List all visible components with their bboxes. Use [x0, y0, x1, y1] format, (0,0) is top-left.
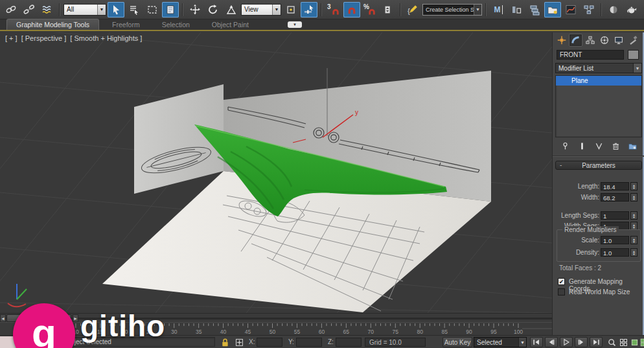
chevron-down-icon[interactable]: ▼	[272, 5, 281, 15]
absolute-mode-button[interactable]	[233, 337, 246, 347]
y-coordinate-field[interactable]	[296, 338, 322, 347]
next-frame-button[interactable]	[575, 337, 588, 347]
layer-manager-button[interactable]	[526, 2, 543, 17]
ribbon-tab-object-paint[interactable]: Object Paint	[203, 19, 258, 30]
go-to-end-button[interactable]	[590, 337, 603, 347]
command-panel-tabs	[555, 34, 639, 47]
panel-tab-create[interactable]	[555, 34, 568, 47]
mirror-button[interactable]: M	[490, 2, 507, 17]
width-spinner[interactable]: ▲▼	[630, 193, 638, 202]
auto-key-button[interactable]: Auto Key	[443, 337, 472, 347]
object-color-swatch[interactable]	[628, 50, 639, 60]
show-end-result-button[interactable]	[575, 140, 589, 152]
rollout-collapse-icon[interactable]: -	[560, 161, 562, 168]
viewport-menu-shading[interactable]: [ Smooth + Highlights ]	[70, 34, 142, 42]
reference-coordinate-dropdown[interactable]: View ▼	[241, 4, 281, 16]
curve-editor-button[interactable]	[562, 2, 579, 17]
select-and-move-button[interactable]	[187, 2, 203, 17]
z-coordinate-label: Z:	[328, 338, 334, 345]
select-and-manipulate-button[interactable]	[301, 2, 317, 17]
chevron-down-icon[interactable]: ▼	[97, 5, 106, 15]
zoom-button[interactable]	[605, 337, 618, 347]
z-coordinate-field[interactable]	[336, 338, 362, 347]
select-and-link-button[interactable]	[3, 2, 19, 17]
ribbon-minimize-button[interactable]: ▼	[288, 21, 302, 28]
make-unique-button[interactable]	[592, 140, 606, 152]
toolbar-separator	[182, 3, 183, 16]
next-frame-arrow[interactable]: ►	[73, 314, 78, 322]
zoom-extents-all-button[interactable]	[638, 337, 644, 347]
select-and-scale-button[interactable]	[223, 2, 240, 17]
previous-frame-button[interactable]	[545, 337, 558, 347]
rectangular-selection-region-button[interactable]	[144, 2, 161, 17]
selection-filter-dropdown[interactable]: All ▼	[63, 4, 106, 16]
width-field[interactable]: 68.2	[601, 193, 629, 202]
rendered-frame-window-button[interactable]	[641, 2, 644, 17]
key-filter-dropdown[interactable]: Selected ▼	[474, 337, 527, 347]
unlink-selection-button[interactable]	[21, 2, 38, 17]
go-to-start-button[interactable]	[530, 337, 543, 347]
play-button[interactable]	[560, 337, 573, 347]
selection-lock-button[interactable]	[218, 337, 231, 347]
use-pivot-point-center-button[interactable]	[282, 2, 299, 17]
mirror-label: M	[494, 6, 501, 14]
viewport-menu-pov[interactable]: [ Perspective ]	[21, 34, 67, 42]
panel-tab-utilities[interactable]	[626, 34, 639, 47]
panel-tab-hierarchy[interactable]	[583, 34, 597, 47]
ribbon-tab-freeform[interactable]: Freeform	[103, 19, 149, 30]
modifier-stack-list[interactable]: Plane	[555, 75, 642, 137]
density-label: Density:	[576, 249, 599, 256]
panel-tab-modify[interactable]	[569, 34, 582, 47]
pin-stack-button[interactable]	[558, 140, 572, 152]
length-spinner[interactable]: ▲▼	[630, 182, 638, 191]
length-segs-field[interactable]: 1	[601, 211, 629, 220]
perspective-viewport[interactable]: y [ + ] [ Perspective ] [ Smooth + Highl…	[0, 32, 552, 313]
previous-frame-arrow[interactable]: ◄	[0, 314, 6, 322]
select-object-button[interactable]	[108, 2, 124, 17]
edit-named-selection-sets-button[interactable]	[404, 2, 421, 17]
angle-snap-button[interactable]	[343, 2, 360, 17]
real-world-map-checkbox[interactable]	[558, 288, 565, 296]
svg-text:95: 95	[490, 329, 497, 335]
length-field[interactable]: 18.4	[601, 182, 629, 191]
window-crossing-button[interactable]	[162, 2, 179, 17]
configure-modifier-sets-button[interactable]	[625, 140, 639, 152]
x-coordinate-field[interactable]	[257, 338, 282, 347]
scale-field[interactable]: 1.0	[601, 236, 629, 244]
chevron-down-icon[interactable]: ▼	[633, 64, 641, 73]
viewport-menu-general[interactable]: [ + ]	[5, 34, 17, 42]
ribbon-tab-graphite-modeling-tools[interactable]: Graphite Modeling Tools	[6, 19, 99, 30]
scale-spinner[interactable]: ▲▼	[630, 236, 638, 244]
stack-item-plane[interactable]: Plane	[556, 76, 641, 86]
chevron-down-icon[interactable]: ▼	[474, 5, 481, 15]
density-field[interactable]: 1.0	[601, 248, 629, 257]
ribbon-toggle-button[interactable]	[544, 2, 561, 17]
align-button[interactable]	[508, 2, 525, 17]
snap-toggle-3d-button[interactable]: 3	[325, 2, 342, 17]
parameters-rollout-header[interactable]: - Parameters	[555, 161, 642, 170]
schematic-view-button[interactable]	[581, 2, 597, 17]
select-and-rotate-button[interactable]	[205, 2, 222, 17]
mirror-axis-line	[502, 5, 503, 14]
modifier-list-dropdown[interactable]: Modifier List ▼	[555, 63, 642, 73]
generate-mapping-checkbox[interactable]: ✔	[558, 278, 565, 285]
panel-tab-display[interactable]	[612, 34, 625, 47]
selection-filter-value: All	[64, 6, 97, 13]
svg-text:80: 80	[417, 329, 423, 335]
toolbar-separator	[601, 3, 602, 16]
density-spinner[interactable]: ▲▼	[630, 248, 638, 257]
scale-label: Scale:	[581, 237, 599, 244]
ribbon-tab-selection[interactable]: Selection	[153, 19, 199, 30]
remove-modifier-button[interactable]	[608, 140, 623, 152]
named-selection-set-field[interactable]: Create Selection Se ▼	[422, 4, 482, 16]
percent-snap-button[interactable]: %	[362, 2, 378, 17]
object-name-field[interactable]: FRONT	[557, 50, 624, 60]
bind-to-space-warp-button[interactable]	[39, 2, 56, 17]
spinner-snap-button[interactable]	[380, 2, 397, 17]
render-setup-button[interactable]	[623, 2, 640, 17]
material-editor-button[interactable]	[605, 2, 622, 17]
panel-tab-motion[interactable]	[597, 34, 611, 47]
length-segs-spinner[interactable]: ▲▼	[630, 211, 638, 220]
select-by-name-button[interactable]	[126, 2, 143, 17]
chevron-down-icon[interactable]: ▼	[518, 338, 526, 347]
